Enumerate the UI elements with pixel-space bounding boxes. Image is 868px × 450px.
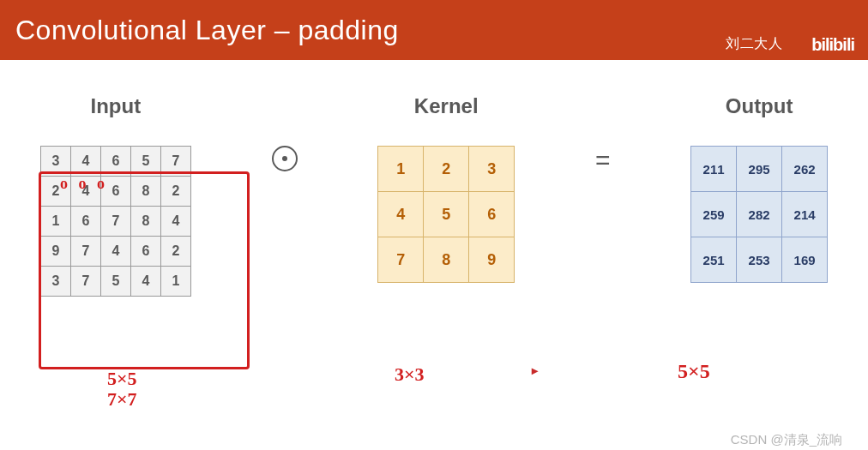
kernel-column: Kernel 1 2 3 4 5 6 7 8 9: [377, 94, 515, 283]
input-cell: 4: [130, 267, 160, 297]
output-cell: 295: [737, 147, 782, 192]
kernel-cell: 7: [378, 237, 424, 283]
input-cell: 2: [160, 237, 190, 267]
kernel-cell: 1: [378, 147, 424, 192]
input-cell: 9: [40, 237, 70, 267]
input-cell: 4: [70, 177, 100, 207]
input-cell: 6: [70, 207, 100, 237]
output-cell: 251: [691, 237, 737, 283]
input-cell: 6: [130, 237, 160, 267]
kernel-cell: 9: [469, 237, 515, 283]
cursor-mark: ▸: [532, 364, 538, 377]
input-grid: 3 4 6 5 7 2 4 6 8 2 1 6 7 8 4 9: [40, 146, 191, 297]
input-cell: 4: [160, 207, 190, 237]
input-cell: 8: [130, 177, 160, 207]
output-cell: 259: [691, 192, 737, 237]
output-cell: 253: [737, 237, 782, 283]
input-cell: 4: [70, 147, 100, 177]
input-cell: 8: [130, 207, 160, 237]
input-cell: 1: [160, 267, 190, 297]
output-grid: 211 295 262 259 282 214 251 253 169: [690, 146, 828, 283]
handwritten-input-size-7x7: 7×7: [107, 388, 137, 410]
kernel-cell: 4: [378, 192, 424, 237]
csdn-watermark: CSDN @清泉_流响: [731, 432, 842, 448]
convolution-operator: ⊙: [272, 146, 298, 171]
input-cell: 3: [40, 147, 70, 177]
input-cell: 7: [70, 267, 100, 297]
slide-author: 刘二大人: [726, 35, 782, 53]
slide-header: Convolutional Layer – padding 刘二大人 bilib…: [0, 0, 868, 60]
input-cell: 2: [40, 177, 70, 207]
kernel-cell: 8: [424, 237, 469, 283]
input-cell: 7: [70, 237, 100, 267]
output-column: Output 211 295 262 259 282 214 251 253 1…: [690, 94, 828, 283]
input-cell: 5: [100, 267, 130, 297]
input-cell: 7: [100, 207, 130, 237]
input-cell: 7: [160, 147, 190, 177]
handwritten-input-sizes: 5×5 7×7: [107, 369, 137, 410]
handwritten-kernel-size: 3×3: [395, 364, 425, 385]
handwritten-input-size-5x5: 5×5: [107, 368, 137, 389]
equals-operator: =: [595, 146, 611, 175]
output-cell: 211: [691, 147, 737, 192]
input-column: Input 3 4 6 5 7 2 4 6 8 2 1 6 7 8 4: [40, 94, 191, 297]
kernel-cell: 2: [424, 147, 469, 192]
kernel-heading: Kernel: [414, 94, 479, 118]
kernel-grid: 1 2 3 4 5 6 7 8 9: [377, 146, 515, 283]
output-cell: 262: [782, 147, 828, 192]
input-cell: 6: [100, 147, 130, 177]
input-heading: Input: [91, 94, 142, 118]
kernel-cell: 3: [469, 147, 515, 192]
output-cell: 169: [782, 237, 828, 283]
input-cell: 6: [100, 177, 130, 207]
input-cell: 3: [40, 267, 70, 297]
input-cell: 5: [130, 147, 160, 177]
slide-body: Input 3 4 6 5 7 2 4 6 8 2 1 6 7 8 4: [0, 60, 868, 297]
input-cell: 4: [100, 237, 130, 267]
output-heading: Output: [726, 94, 793, 118]
output-cell: 214: [782, 192, 828, 237]
kernel-cell: 6: [469, 192, 515, 237]
kernel-cell: 5: [424, 192, 469, 237]
slide-title: Convolutional Layer – padding: [15, 15, 399, 46]
input-cell: 1: [40, 207, 70, 237]
output-cell: 282: [737, 192, 782, 237]
handwritten-output-size: 5×5: [678, 360, 710, 382]
bilibili-logo: bilibili: [811, 35, 854, 55]
input-cell: 2: [160, 177, 190, 207]
